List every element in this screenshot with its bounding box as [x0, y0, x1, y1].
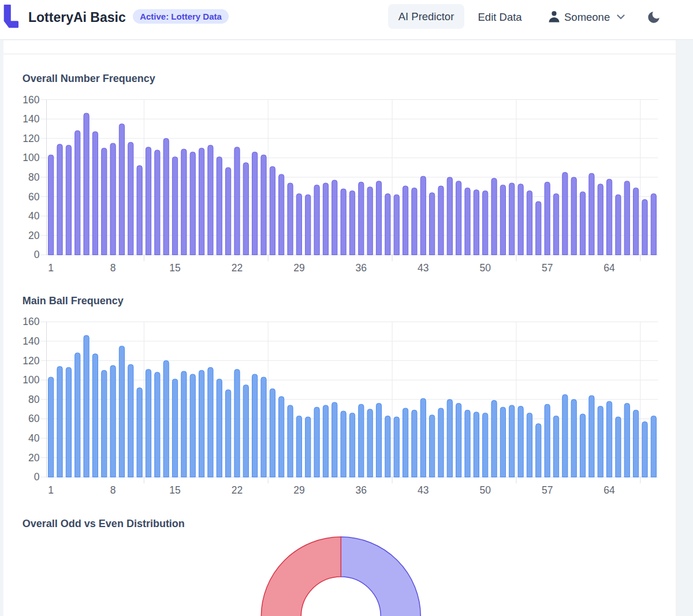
svg-text:120: 120: [23, 133, 39, 144]
svg-text:40: 40: [28, 432, 40, 444]
svg-text:43: 43: [418, 262, 429, 274]
svg-text:50: 50: [479, 484, 491, 496]
svg-text:60: 60: [28, 413, 40, 424]
svg-text:22: 22: [232, 262, 243, 274]
svg-text:64: 64: [603, 484, 615, 496]
svg-text:57: 57: [542, 484, 553, 496]
svg-text:20: 20: [28, 230, 40, 241]
svg-text:60: 60: [28, 191, 40, 203]
svg-text:80: 80: [28, 171, 40, 183]
svg-text:15: 15: [169, 484, 180, 496]
svg-text:100: 100: [23, 152, 39, 163]
svg-text:160: 160: [23, 94, 39, 106]
svg-text:140: 140: [23, 113, 39, 125]
svg-text:8: 8: [110, 262, 116, 274]
svg-text:8: 8: [110, 484, 116, 496]
svg-text:40: 40: [28, 210, 40, 222]
svg-text:29: 29: [293, 262, 304, 274]
svg-text:29: 29: [293, 484, 304, 496]
svg-text:15: 15: [169, 262, 180, 274]
svg-text:100: 100: [23, 374, 39, 386]
svg-text:20: 20: [28, 452, 40, 464]
svg-text:57: 57: [542, 262, 553, 274]
svg-text:43: 43: [418, 484, 429, 496]
svg-text:36: 36: [356, 262, 367, 274]
svg-text:120: 120: [23, 355, 39, 367]
svg-text:80: 80: [28, 394, 40, 405]
svg-text:36: 36: [356, 484, 367, 496]
svg-text:1: 1: [48, 262, 54, 274]
svg-text:64: 64: [603, 262, 615, 274]
svg-text:50: 50: [479, 262, 491, 274]
svg-text:0: 0: [34, 471, 40, 483]
svg-text:1: 1: [48, 484, 54, 496]
svg-text:160: 160: [23, 316, 39, 327]
svg-text:22: 22: [232, 484, 243, 496]
svg-text:0: 0: [34, 249, 40, 260]
svg-text:140: 140: [23, 335, 39, 347]
